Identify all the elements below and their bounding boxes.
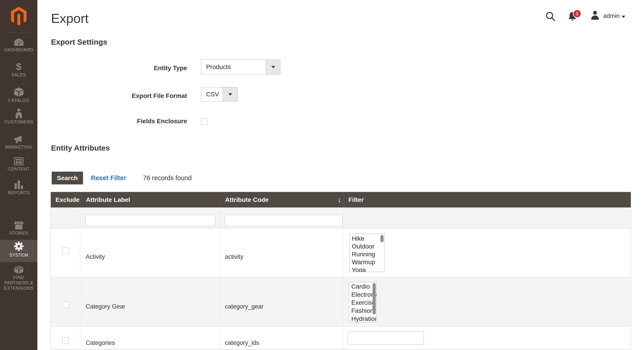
export-file-format-dropdown-button[interactable] bbox=[223, 87, 238, 101]
fields-enclosure-label: Fields Enclosure bbox=[51, 118, 187, 125]
search-button-label: Search bbox=[57, 174, 78, 182]
attribute-code-cell: category_gear bbox=[225, 303, 264, 310]
column-separator bbox=[220, 208, 220, 350]
attribute-code-filter-input[interactable] bbox=[225, 215, 342, 226]
export-settings-heading: Export Settings bbox=[51, 38, 107, 46]
entity-type-label: Entity Type bbox=[51, 65, 187, 72]
attribute-label-filter-input[interactable] bbox=[86, 215, 215, 226]
layout-icon bbox=[0, 156, 37, 165]
entity-type-value: Products bbox=[206, 60, 231, 74]
sidebar-item-label: FIND PARTNERS & EXTENSIONS bbox=[0, 275, 37, 291]
dropdown-arrow-icon bbox=[271, 66, 275, 68]
sidebar: DASHBOARD $ SALES CATALOG CUSTOMERS bbox=[0, 0, 37, 350]
sidebar-item-label: DASHBOARD bbox=[0, 47, 37, 52]
column-header-exclude: Exclude bbox=[51, 192, 80, 208]
scrollbar-thumb[interactable] bbox=[372, 283, 376, 314]
sidebar-item-content[interactable]: CONTENT bbox=[0, 156, 37, 172]
exclude-checkbox[interactable] bbox=[62, 301, 69, 308]
export-file-format-value: CSV bbox=[206, 87, 219, 101]
entity-type-select[interactable]: Products bbox=[201, 60, 280, 74]
multiselect-option[interactable]: Fashion bbox=[349, 307, 376, 315]
sidebar-item-customers[interactable]: CUSTOMERS bbox=[0, 109, 37, 125]
fields-enclosure-checkbox[interactable] bbox=[201, 118, 208, 125]
sidebar-item-label: REPORTS bbox=[0, 190, 37, 195]
multiselect-option[interactable]: Running bbox=[350, 250, 384, 258]
records-found-text: 76 records found bbox=[143, 174, 192, 182]
sidebar-item-system[interactable]: SYSTEM bbox=[0, 242, 37, 258]
person-icon bbox=[0, 109, 37, 118]
user-avatar-icon[interactable] bbox=[591, 11, 599, 20]
sidebar-item-dashboard[interactable]: DASHBOARD bbox=[0, 37, 37, 52]
sidebar-item-label: MARKETING bbox=[0, 144, 37, 150]
attribute-code-cell: category_ids bbox=[225, 339, 259, 346]
sidebar-item-find-partners[interactable]: FIND PARTNERS & EXTENSIONS bbox=[0, 264, 37, 291]
dashboard-gauge-icon bbox=[0, 37, 37, 46]
export-file-format-select[interactable]: CSV bbox=[201, 87, 238, 101]
sidebar-item-stores[interactable]: STORES bbox=[0, 220, 37, 236]
entity-attributes-heading: Entity Attributes bbox=[51, 144, 110, 152]
magento-logo-icon[interactable] bbox=[10, 7, 27, 26]
sidebar-item-sales[interactable]: $ SALES bbox=[0, 62, 37, 78]
entity-type-dropdown-button[interactable] bbox=[266, 60, 280, 74]
table-row-partial bbox=[51, 349, 631, 350]
column-separator bbox=[343, 208, 344, 350]
notification-count-badge[interactable]: 1 bbox=[573, 10, 581, 18]
sidebar-item-label: SYSTEM bbox=[0, 252, 37, 258]
sidebar-divider bbox=[6, 32, 31, 32]
multiselect-option[interactable]: Hydration bbox=[349, 315, 376, 322]
column-separator bbox=[80, 208, 80, 350]
megaphone-icon bbox=[0, 134, 37, 143]
sort-descending-icon[interactable]: ↓ bbox=[338, 192, 341, 208]
attribute-label-cell: Activity bbox=[86, 253, 105, 260]
export-file-format-label: Export File Format bbox=[51, 92, 187, 99]
sidebar-item-label: CATALOG bbox=[0, 98, 37, 103]
reset-filter-link[interactable]: Reset Filter bbox=[91, 174, 126, 182]
bar-chart-icon bbox=[0, 180, 37, 189]
exclude-checkbox[interactable] bbox=[62, 247, 69, 254]
sidebar-item-reports[interactable]: REPORTS bbox=[0, 180, 37, 195]
multiselect-option[interactable]: Yoga bbox=[350, 266, 384, 272]
search-icon[interactable] bbox=[545, 11, 556, 22]
activity-filter-multiselect[interactable]: Hike Outdoor Running Warmup Yoga bbox=[349, 234, 384, 272]
dollar-icon: $ bbox=[0, 62, 37, 71]
column-header-filter: Filter bbox=[343, 192, 631, 208]
attributes-table: Exclude Attribute Label Attribute Code ↓… bbox=[50, 192, 631, 350]
scrollbar-thumb[interactable] bbox=[380, 235, 384, 242]
box-icon bbox=[0, 87, 37, 97]
table-row bbox=[51, 277, 631, 326]
multiselect-option[interactable]: Warmup bbox=[350, 258, 384, 266]
column-header-attribute-label[interactable]: Attribute Label bbox=[80, 192, 220, 208]
category-gear-filter-multiselect[interactable]: Cardio Electronic Exercise Fashion Hydra… bbox=[349, 282, 376, 322]
admin-menu-label[interactable]: admin bbox=[603, 13, 620, 20]
chevron-down-icon[interactable] bbox=[622, 16, 625, 18]
sidebar-item-label: CUSTOMERS bbox=[0, 119, 37, 125]
dropdown-arrow-icon bbox=[228, 93, 232, 96]
notification-count: 1 bbox=[576, 11, 578, 16]
attribute-label-cell: Categories bbox=[86, 339, 115, 346]
multiselect-option[interactable]: Exercise bbox=[349, 299, 376, 307]
sidebar-item-label: CONTENT bbox=[0, 166, 37, 172]
attribute-label-cell: Category Gear bbox=[86, 303, 125, 310]
multiselect-option[interactable]: Electronic bbox=[349, 291, 376, 299]
table-row bbox=[51, 228, 631, 277]
table-header-row: Exclude Attribute Label Attribute Code ↓… bbox=[51, 192, 631, 208]
exclude-checkbox[interactable] bbox=[62, 337, 69, 344]
column-header-attribute-code[interactable]: Attribute Code bbox=[220, 192, 343, 208]
search-button[interactable]: Search bbox=[52, 172, 83, 185]
multiselect-option[interactable]: Hike bbox=[350, 234, 384, 242]
page-title: Export bbox=[51, 11, 88, 26]
storefront-icon bbox=[0, 220, 37, 229]
sidebar-item-label: STORES bbox=[0, 230, 37, 236]
attribute-code-cell: activity bbox=[225, 253, 244, 260]
sidebar-item-marketing[interactable]: MARKETING bbox=[0, 134, 37, 150]
gear-icon bbox=[0, 242, 37, 251]
sidebar-item-catalog[interactable]: CATALOG bbox=[0, 87, 37, 103]
sidebar-item-label: SALES bbox=[0, 72, 37, 78]
multiselect-option[interactable]: Cardio bbox=[349, 282, 376, 291]
categories-filter-input[interactable] bbox=[348, 331, 424, 345]
table-row bbox=[51, 326, 631, 349]
brick-icon bbox=[0, 264, 37, 274]
multiselect-option[interactable]: Outdoor bbox=[350, 242, 384, 250]
